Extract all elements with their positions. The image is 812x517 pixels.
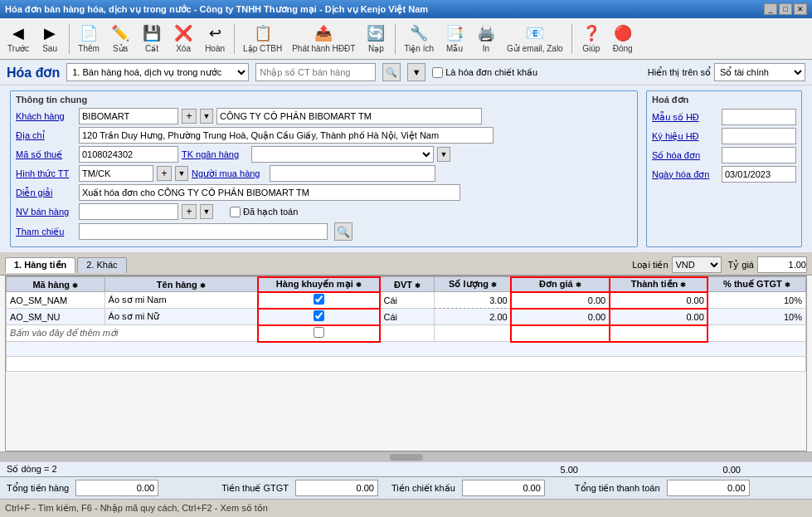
nguoimuahang-input[interactable] xyxy=(270,165,435,182)
close-button[interactable]: ✕ xyxy=(794,3,807,15)
tien-chiet-khau-value[interactable] xyxy=(462,480,545,496)
undo-button[interactable]: ↩ Hoàn xyxy=(200,21,230,57)
cell-thanh-tien-2[interactable]: 0.00 xyxy=(610,309,708,325)
checkbox-hang-khuyen-mai-1[interactable] xyxy=(314,294,324,305)
in-button[interactable]: 🖨️ In xyxy=(471,21,501,57)
khachhang-label[interactable]: Khách hàng xyxy=(16,111,75,121)
cell-hang-khuyen-mai-2[interactable] xyxy=(258,309,380,325)
mau-button[interactable]: 📑 Mẫu xyxy=(440,21,469,57)
tk-ngan-hang-label[interactable]: TK ngân hàng xyxy=(182,149,248,159)
lap-ctbh-button[interactable]: 📋 Lập CTBH xyxy=(239,21,286,57)
ty-gia-input[interactable] xyxy=(757,256,807,273)
so-hoa-don-input[interactable] xyxy=(722,147,796,163)
back-button[interactable]: ◀ Trước xyxy=(3,21,33,57)
col-header-don-gia[interactable]: Đơn giá ✱ xyxy=(511,277,610,292)
col-header-ma-hang[interactable]: Mã hàng ✱ xyxy=(7,277,105,292)
table-row-new[interactable]: Bấm vào đây để thêm mới xyxy=(7,325,806,342)
col-header-hang-khuyen-mai[interactable]: Hàng khuyến mại ✱ xyxy=(258,277,380,292)
hinhthuct-input[interactable] xyxy=(79,165,153,182)
minimize-button[interactable]: _ xyxy=(764,3,777,15)
tien-thue-gtgt-value[interactable] xyxy=(295,480,378,496)
loai-tien-select[interactable]: VND xyxy=(672,256,722,273)
tk-ngan-hang-select[interactable] xyxy=(251,146,434,163)
mau-so-hd-label[interactable]: Mẫu số HĐ xyxy=(652,112,718,123)
nv-ban-hang-arrow-button[interactable]: ▼ xyxy=(200,204,213,219)
cell-hang-khuyen-mai-1[interactable] xyxy=(258,292,380,309)
cell-new-dvt[interactable] xyxy=(380,325,435,342)
dien-giai-input[interactable] xyxy=(79,184,460,201)
checkbox-hang-khuyen-mai-2[interactable] xyxy=(314,310,324,321)
tong-tien-hang-value[interactable] xyxy=(75,480,158,496)
cell-dvt-2[interactable]: Cái xyxy=(380,309,435,325)
nv-ban-hang-input[interactable] xyxy=(79,203,178,220)
search-button[interactable]: 🔍 xyxy=(382,63,401,81)
mau-so-hd-input[interactable] xyxy=(722,109,796,125)
khachhang-name-input[interactable] xyxy=(216,108,482,124)
cell-new-label[interactable]: Bấm vào đây để thêm mới xyxy=(7,325,258,342)
cell-new-so-luong[interactable] xyxy=(435,325,511,342)
edit-button[interactable]: ✏️ Sửa xyxy=(105,21,135,57)
diachi-input[interactable] xyxy=(79,127,494,144)
add-button[interactable]: 📄 Thêm xyxy=(74,21,104,57)
nguoimuahang-label[interactable]: Người mua hàng xyxy=(192,168,266,179)
so-hoa-don-label[interactable]: Số hóa đơn xyxy=(652,150,718,161)
cell-new-thanh-tien[interactable] xyxy=(610,325,708,342)
delete-button[interactable]: ❌ Xóa xyxy=(168,21,198,57)
nap-button[interactable]: 🔄 Nạp xyxy=(361,21,391,57)
hinhthuct-arrow-button[interactable]: ▼ xyxy=(175,166,188,181)
cell-ma-hang-2[interactable]: AO_SM_NU xyxy=(7,309,105,325)
tien-ich-button[interactable]: 🔧 Tiện ích xyxy=(400,21,438,57)
tham-chieu-input[interactable] xyxy=(79,223,328,240)
col-header-ten-hang[interactable]: Tên hàng ✱ xyxy=(105,277,257,292)
cell-ma-hang-1[interactable]: AO_SM_NAM xyxy=(7,292,105,309)
checkbox-new-row[interactable] xyxy=(314,327,324,338)
cell-ten-hang-2[interactable]: Áo sơ mi Nữ xyxy=(105,309,257,325)
ky-hieu-hd-label[interactable]: Ký hiệu HĐ xyxy=(652,131,718,142)
scroll-thumb[interactable] xyxy=(390,454,423,461)
gui-email-button[interactable]: 📧 Gửi email, Zalo xyxy=(503,21,567,57)
phat-hanh-button[interactable]: 📤 Phát hành HĐĐT xyxy=(288,21,359,57)
save-button[interactable]: 💾 Cất xyxy=(137,21,167,57)
cell-don-gia-1[interactable]: 0.00 xyxy=(511,292,610,309)
ngay-hoa-don-input[interactable] xyxy=(722,166,796,183)
khachhang-add-button[interactable]: + xyxy=(182,109,197,124)
dropdown-arrow-button[interactable]: ▼ xyxy=(407,63,425,81)
help-button[interactable]: ❓ Giúp xyxy=(576,21,606,57)
col-header-thanh-tien[interactable]: Thành tiền ✱ xyxy=(610,277,708,292)
masothue-label[interactable]: Mã số thuế xyxy=(16,149,75,160)
masothue-input[interactable] xyxy=(79,146,178,163)
cell-new-pct[interactable] xyxy=(707,325,805,342)
khachhang-input[interactable] xyxy=(79,108,178,124)
dien-giai-label[interactable]: Diễn giải xyxy=(16,188,75,198)
diachi-label[interactable]: Địa chỉ xyxy=(16,130,75,141)
cell-dvt-1[interactable]: Cái xyxy=(380,292,435,309)
nv-ban-hang-label[interactable]: NV bán hàng xyxy=(16,207,75,217)
display-dropdown[interactable]: Sổ tài chính xyxy=(714,63,805,81)
ky-hieu-hd-input[interactable] xyxy=(722,128,796,144)
tong-tien-thanh-toan-value[interactable] xyxy=(667,480,750,496)
discount-invoice-checkbox[interactable] xyxy=(432,67,443,78)
tham-chieu-search-button[interactable]: 🔍 xyxy=(334,222,353,241)
cell-pct-thue-gtgt-1[interactable]: 10% xyxy=(707,292,805,309)
cell-so-luong-2[interactable]: 2.00 xyxy=(435,309,511,325)
cell-pct-thue-gtgt-2[interactable]: 10% xyxy=(707,309,805,325)
tk-ngan-hang-arrow[interactable]: ▼ xyxy=(437,147,450,162)
next-button[interactable]: ▶ Sau xyxy=(35,21,65,57)
ngay-hoa-don-label[interactable]: Ngày hóa đơn xyxy=(652,169,718,180)
horizontal-scrollbar[interactable] xyxy=(0,451,812,461)
da-hach-toan-label[interactable]: Đã hạch toán xyxy=(230,207,298,217)
tab-hang-tien[interactable]: 1. Hàng tiền xyxy=(5,257,75,273)
discount-invoice-label[interactable]: Là hóa đơn chiết khấu xyxy=(432,67,537,78)
cell-new-checkbox[interactable] xyxy=(258,325,380,342)
hinhthuct-label[interactable]: Hình thức TT xyxy=(16,168,75,179)
cell-thanh-tien-1[interactable]: 0.00 xyxy=(610,292,708,309)
da-hach-toan-checkbox[interactable] xyxy=(230,207,241,217)
col-header-pct-thue-gtgt[interactable]: % thuế GTGT ✱ xyxy=(707,277,805,292)
maximize-button[interactable]: □ xyxy=(779,3,792,15)
cell-new-don-gia[interactable] xyxy=(511,325,610,342)
cell-so-luong-1[interactable]: 3.00 xyxy=(435,292,511,309)
cell-don-gia-2[interactable]: 0.00 xyxy=(511,309,610,325)
hinhthuct-add-button[interactable]: + xyxy=(157,166,172,181)
invoice-number-input[interactable] xyxy=(255,63,376,81)
tham-chieu-label[interactable]: Tham chiếu xyxy=(16,227,75,237)
